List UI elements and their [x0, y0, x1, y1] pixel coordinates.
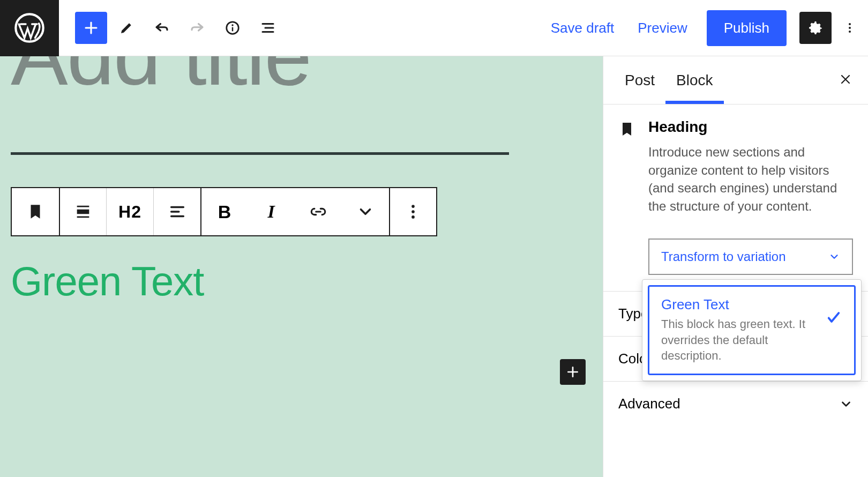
svg-point-2 — [231, 24, 234, 26]
tab-block[interactable]: Block — [665, 58, 723, 103]
chevron-down-icon — [828, 251, 840, 263]
more-formatting-button[interactable] — [342, 188, 389, 235]
italic-button[interactable]: I — [248, 188, 295, 235]
list-view-icon — [260, 20, 276, 36]
svg-rect-3 — [232, 27, 234, 32]
block-toolbar: H2 B I — [11, 187, 437, 236]
link-button[interactable] — [295, 188, 342, 235]
kebab-icon — [843, 21, 856, 34]
block-type-button[interactable] — [12, 188, 59, 235]
title-separator — [11, 152, 509, 155]
save-draft-button[interactable]: Save draft — [539, 20, 626, 36]
publish-button[interactable]: Publish — [707, 10, 787, 46]
svg-point-8 — [411, 205, 415, 208]
outline-button[interactable] — [252, 12, 284, 44]
undo-icon — [154, 20, 170, 36]
align-left-icon — [168, 203, 186, 221]
transform-label: Transform to variation — [661, 249, 786, 264]
panel-advanced[interactable]: Advanced — [603, 381, 868, 426]
bookmark-icon — [26, 203, 44, 221]
block-align-button[interactable] — [59, 188, 106, 235]
tab-post[interactable]: Post — [614, 58, 665, 103]
pencil-icon — [118, 20, 134, 36]
preview-button[interactable]: Preview — [626, 20, 699, 36]
inline-add-block-button[interactable] — [560, 359, 586, 385]
block-info-section: Heading Introduce new sections and organ… — [603, 105, 868, 231]
kebab-icon — [404, 203, 422, 221]
block-more-button[interactable] — [389, 188, 436, 235]
editor-canvas[interactable]: Add title H2 B I Green Te — [0, 56, 603, 477]
plus-icon — [83, 20, 99, 36]
info-icon — [225, 20, 241, 36]
svg-rect-7 — [77, 210, 89, 214]
editor-top-toolbar: Save draft Preview Publish — [0, 0, 868, 56]
block-description-text: Introduce new sections and organize cont… — [648, 143, 852, 215]
svg-point-6 — [849, 31, 851, 33]
settings-sidebar: Post Block Heading Introduce new section… — [603, 56, 868, 477]
left-tool-group — [59, 12, 300, 44]
variation-option-label: Green Text — [661, 296, 818, 313]
plus-icon — [566, 365, 580, 379]
settings-button[interactable] — [799, 12, 832, 44]
redo-button[interactable] — [181, 12, 213, 44]
variation-dropdown: Green Text This block has green text. It… — [642, 279, 862, 381]
variation-option-desc: This block has green text. It overrides … — [661, 316, 818, 364]
bold-button[interactable]: B — [200, 188, 248, 235]
block-name-label: Heading — [648, 118, 852, 136]
info-button[interactable] — [216, 12, 249, 44]
svg-point-5 — [849, 27, 851, 29]
undo-button[interactable] — [146, 12, 178, 44]
close-icon — [839, 73, 852, 86]
edit-tool-button[interactable] — [110, 12, 143, 44]
svg-point-9 — [411, 210, 415, 213]
more-options-button[interactable] — [837, 12, 863, 44]
svg-point-4 — [849, 23, 851, 25]
chevron-down-icon — [839, 397, 853, 411]
close-sidebar-button[interactable] — [834, 66, 857, 95]
bookmark-icon — [618, 121, 635, 138]
post-title-placeholder[interactable]: Add title — [11, 56, 592, 74]
add-block-button[interactable] — [75, 12, 107, 44]
gear-icon — [807, 19, 824, 36]
align-full-icon — [74, 203, 92, 221]
heading-block-content[interactable]: Green Text — [11, 258, 592, 304]
heading-level-button[interactable]: H2 — [106, 188, 153, 235]
wordpress-icon — [14, 13, 44, 43]
transform-variation-select[interactable]: Transform to variation — [648, 238, 853, 275]
sidebar-tabs: Post Block — [603, 56, 868, 105]
text-align-button[interactable] — [153, 188, 200, 235]
link-icon — [309, 203, 327, 221]
wordpress-logo[interactable] — [0, 0, 59, 56]
check-icon — [825, 308, 842, 331]
variation-option-green-text[interactable]: Green Text This block has green text. It… — [648, 285, 856, 375]
redo-icon — [189, 20, 205, 36]
svg-point-10 — [411, 215, 415, 219]
chevron-down-icon — [356, 203, 375, 221]
